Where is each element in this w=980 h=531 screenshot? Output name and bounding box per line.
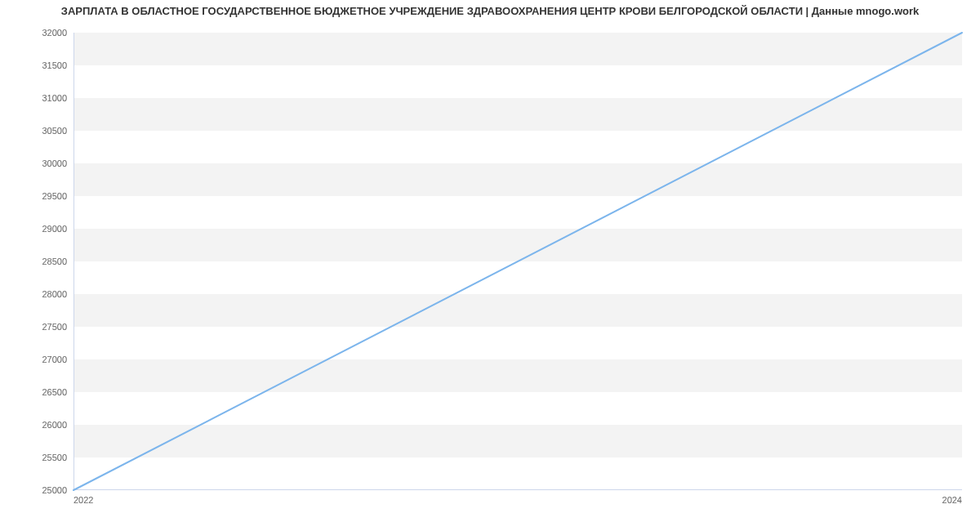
y-tick-label: 31000 — [42, 93, 67, 103]
chart-container: ЗАРПЛАТА В ОБЛАСТНОЕ ГОСУДАРСТВЕННОЕ БЮД… — [0, 0, 980, 531]
y-tick-label: 25000 — [42, 485, 67, 495]
y-tick-label: 25500 — [42, 453, 67, 462]
y-tick-label: 32000 — [42, 28, 67, 38]
chart-title: ЗАРПЛАТА В ОБЛАСТНОЕ ГОСУДАРСТВЕННОЕ БЮД… — [0, 5, 980, 17]
y-tick-label: 26500 — [42, 387, 67, 397]
y-tick-label: 27000 — [42, 355, 67, 364]
y-tick-label: 29500 — [42, 191, 67, 201]
y-tick-label: 28500 — [42, 257, 67, 266]
plot-area: 2500025500260002650027000275002800028500… — [74, 33, 962, 490]
y-tick-label: 30000 — [42, 158, 67, 168]
y-tick-label: 26000 — [42, 420, 67, 430]
x-tick-label: 2024 — [942, 495, 962, 505]
y-tick-label: 27500 — [42, 322, 67, 332]
y-tick-label: 31500 — [42, 60, 67, 70]
x-tick-label: 2022 — [74, 495, 93, 505]
y-tick-label: 28000 — [42, 289, 67, 299]
series-line — [74, 33, 962, 490]
y-tick-label: 30500 — [42, 126, 67, 136]
line-layer — [74, 33, 962, 490]
y-tick-label: 29000 — [42, 224, 67, 234]
